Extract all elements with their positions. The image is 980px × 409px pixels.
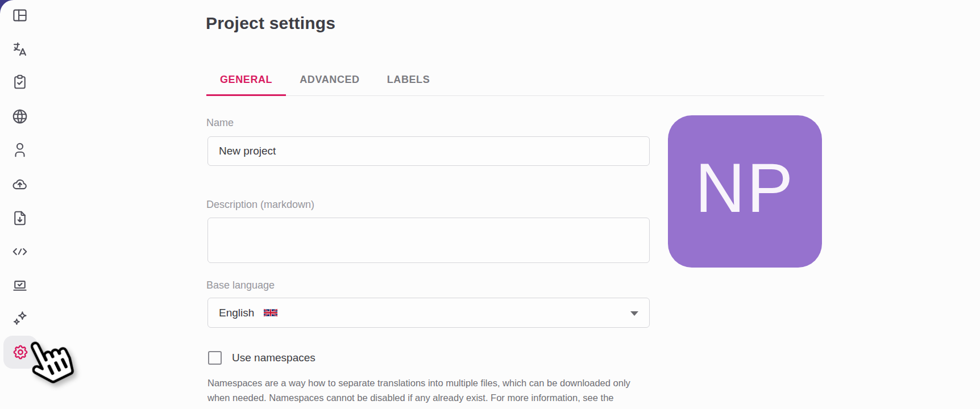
description-label: Description (markdown)	[206, 199, 314, 211]
globe-icon	[11, 108, 28, 125]
page-title: Project settings	[206, 14, 335, 33]
sidebar-item-integrate[interactable]	[7, 239, 32, 264]
tab-advanced[interactable]: ADVANCED	[286, 65, 373, 96]
tab-labels[interactable]: LABELS	[373, 65, 444, 96]
code-icon	[11, 243, 28, 260]
sidebar-item-settings[interactable]	[3, 336, 38, 369]
sidebar-item-translations[interactable]	[7, 37, 32, 62]
sidebar-item-tasks[interactable]	[7, 69, 32, 94]
namespaces-help-text: Namespaces are a way how to separate tra…	[207, 376, 630, 405]
sparkles-icon	[11, 310, 28, 327]
name-input[interactable]	[207, 136, 650, 166]
sidebar-item-import[interactable]	[7, 172, 32, 197]
sidebar	[0, 0, 41, 409]
chevron-down-icon	[630, 311, 638, 316]
description-input[interactable]	[207, 218, 650, 263]
uk-flag-icon	[264, 308, 277, 318]
base-language-value: English	[219, 307, 254, 319]
cloud-upload-icon	[11, 176, 28, 193]
sidebar-item-export[interactable]	[7, 206, 32, 231]
help-text-line-2: when needed. Namespaces cannot be disabl…	[207, 391, 630, 406]
translate-icon	[11, 41, 28, 58]
tab-general[interactable]: GENERAL	[206, 65, 286, 96]
sidebar-item-developer[interactable]	[7, 273, 32, 298]
use-namespaces-row: Use namespaces	[208, 351, 315, 365]
sidebar-item-members[interactable]	[7, 137, 32, 162]
tab-bar: GENERAL ADVANCED LABELS	[206, 65, 824, 96]
use-namespaces-checkbox[interactable]	[208, 351, 222, 365]
project-avatar-initials: NP	[695, 148, 795, 228]
layout-dashboard-icon	[11, 7, 28, 24]
use-namespaces-label: Use namespaces	[232, 352, 315, 364]
sidebar-item-languages[interactable]	[7, 104, 32, 129]
user-icon	[11, 141, 28, 158]
app-card: Project settings GENERAL ADVANCED LABELS…	[0, 0, 980, 409]
sidebar-item-dashboard[interactable]	[7, 3, 32, 28]
clipboard-check-icon	[11, 73, 28, 90]
name-label: Name	[206, 117, 234, 129]
sidebar-item-ai[interactable]	[7, 306, 32, 331]
base-language-select[interactable]: English	[207, 298, 650, 328]
help-text-line-1: Namespaces are a way how to separate tra…	[207, 376, 630, 391]
project-avatar[interactable]: NP	[668, 115, 822, 268]
file-download-icon	[11, 210, 28, 227]
base-language-label: Base language	[206, 279, 275, 291]
laptop-check-icon	[11, 277, 28, 294]
settings-gear-icon	[12, 344, 29, 361]
